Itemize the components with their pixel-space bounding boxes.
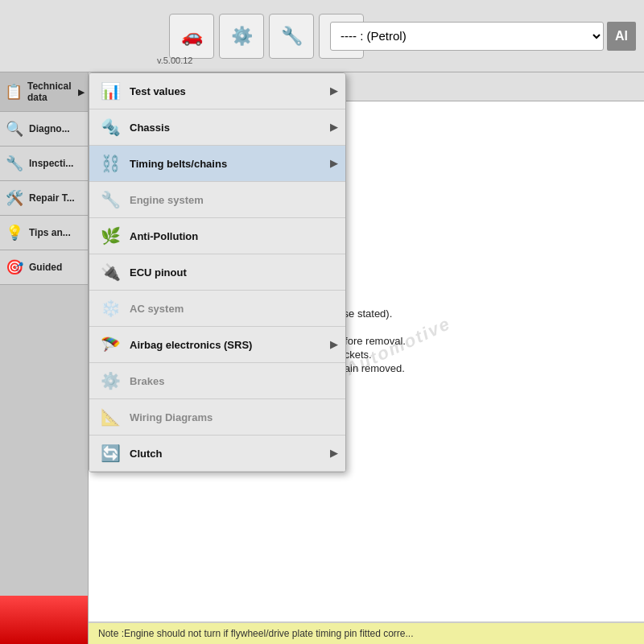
- sidebar-red-bottom: [0, 596, 88, 644]
- menu-item-ecu-pinout[interactable]: 🔌 ECU pinout: [89, 254, 345, 291]
- menu-arrow: ▶: [330, 122, 337, 133]
- menu-item-label: Engine system: [130, 194, 204, 206]
- sidebar-item-tips-an[interactable]: 💡 Tips an...: [0, 216, 88, 250]
- sidebar-item-label: Repair T...: [29, 192, 75, 204]
- menu-item-engine-system[interactable]: 🔧 Engine system: [89, 182, 345, 218]
- menu-arrow: ▶: [330, 448, 337, 459]
- dropdown-menu: 📊 Test values ▶ 🔩 Chassis ▶ ⛓️ Timing be…: [89, 72, 346, 473]
- menu-item-label: Brakes: [130, 375, 164, 387]
- petrol-select-area: ---- : (Petrol) Al: [330, 22, 636, 51]
- clutch-icon: 🔄: [99, 444, 122, 463]
- menu-item-label: Wiring Diagrams: [130, 411, 213, 423]
- menu-item-label: AC system: [130, 303, 184, 315]
- chassis-icon: 🔩: [99, 118, 122, 137]
- sidebar-item-technical-data[interactable]: 📋 Technical data ▶: [0, 72, 88, 112]
- menu-arrow: ▶: [330, 158, 337, 169]
- car-icon-btn[interactable]: 🚗: [169, 14, 214, 59]
- sidebar-item-guided[interactable]: 🎯 Guided: [0, 250, 88, 285]
- sidebar-item-label: Inspecti...: [29, 158, 73, 169]
- menu-item-anti-pollution[interactable]: 🌿 Anti-Pollution: [89, 218, 345, 254]
- left-sidebar: 📋 Technical data ▶ 🔍 Diagno... 🔧 Inspect…: [0, 72, 89, 644]
- sidebar-item-label: Technical data: [27, 80, 83, 103]
- timing-belts-icon: ⛓️: [99, 154, 122, 173]
- inspecti-icon: 🔧: [5, 155, 24, 172]
- airbag-icon: 🪂: [99, 335, 122, 354]
- menu-item-timing-belts[interactable]: ⛓️ Timing belts/chains ▶: [89, 146, 345, 182]
- engine-icon-btn[interactable]: ⚙️: [219, 14, 264, 59]
- anti-pollution-icon: 🌿: [99, 226, 122, 246]
- sidebar-item-repair-t[interactable]: 🛠️ Repair T...: [0, 181, 88, 216]
- main-layout: 📋 Technical data ▶ 🔍 Diagno... 🔧 Inspect…: [0, 72, 644, 644]
- menu-item-label: Clutch: [130, 448, 162, 460]
- technical-data-icon: 📋: [5, 83, 23, 101]
- sidebar-item-inspecti[interactable]: 🔧 Inspecti...: [0, 147, 88, 181]
- menu-item-label: Test values: [130, 85, 186, 97]
- note-bar: Note :Engine should not turn if flywheel…: [89, 621, 644, 644]
- menu-arrow: ▶: [330, 85, 337, 97]
- menu-item-label: ECU pinout: [130, 266, 187, 279]
- sidebar-item-label: Guided: [29, 262, 62, 273]
- menu-arrow: ▶: [330, 339, 337, 350]
- diagnos-icon: 🔍: [5, 120, 24, 138]
- menu-item-label: Anti-Pollution: [130, 230, 198, 242]
- menu-item-brakes[interactable]: ⚙️ Brakes: [89, 363, 345, 399]
- ecu-pinout-icon: 🔌: [99, 262, 122, 282]
- engine-system-icon: 🔧: [99, 190, 122, 209]
- menu-item-label: Timing belts/chains: [130, 158, 227, 170]
- menu-item-ac-system[interactable]: ❄️ AC system: [89, 291, 345, 327]
- wiring-diagrams-icon: 📐: [99, 407, 122, 427]
- repair-icon: 🛠️: [5, 189, 24, 207]
- sidebar-item-diagnos[interactable]: 🔍 Diagno...: [0, 112, 88, 147]
- menu-item-label: Airbag electronics (SRS): [130, 339, 252, 351]
- petrol-select[interactable]: ---- : (Petrol): [330, 22, 604, 51]
- tools-icon-btn[interactable]: 🔧: [269, 14, 314, 59]
- menu-item-chassis[interactable]: 🔩 Chassis ▶: [89, 109, 345, 146]
- menu-item-test-values[interactable]: 📊 Test values ▶: [89, 73, 345, 109]
- guided-icon: 🎯: [5, 258, 24, 276]
- sidebar-item-label: Tips an...: [29, 227, 71, 238]
- menu-item-airbag[interactable]: 🪂 Airbag electronics (SRS) ▶: [89, 327, 345, 363]
- menu-item-clutch[interactable]: 🔄 Clutch ▶: [89, 436, 345, 472]
- menu-item-wiring-diagrams[interactable]: 📐 Wiring Diagrams: [89, 399, 345, 436]
- brakes-icon: ⚙️: [99, 371, 122, 390]
- sidebar-arrow: ▶: [78, 88, 85, 97]
- test-values-icon: 📊: [99, 81, 122, 101]
- al-button[interactable]: Al: [607, 22, 636, 51]
- tips-icon: 💡: [5, 224, 24, 242]
- sidebar-item-label: Diagno...: [29, 123, 70, 134]
- top-toolbar: 🚗 ⚙️ 🔧 🔌 v.5.00.12 ---- : (Petrol) Al: [0, 0, 644, 72]
- menu-item-label: Chassis: [130, 122, 170, 134]
- ac-system-icon: ❄️: [99, 299, 122, 318]
- version-label: v.5.00.12: [157, 56, 192, 65]
